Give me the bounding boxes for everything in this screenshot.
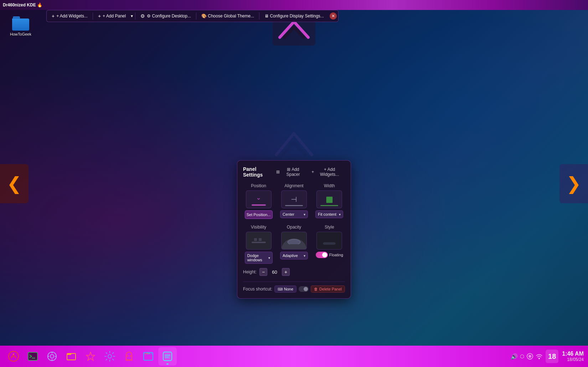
folder-body (12, 19, 29, 31)
taskbar-system-icon[interactable] (43, 347, 61, 366)
vscode-tray-icon[interactable]: ⬡ (520, 353, 524, 359)
opacity-dropdown[interactable]: Adaptive ▾ (280, 252, 308, 259)
add-panel-dropdown-icon[interactable]: ▾ (130, 14, 134, 19)
focus-shortcut-button[interactable]: ⌨ None (274, 285, 296, 293)
visibility-label: Visibility (251, 225, 266, 230)
delete-panel-button[interactable]: 🗑 Delete Panel (311, 285, 345, 293)
visibility-preview-box (246, 232, 272, 250)
height-label: Height: (243, 269, 257, 274)
delete-panel-label: Delete Panel (319, 287, 342, 291)
height-minus-icon: − (262, 269, 265, 275)
add-widgets-header-button[interactable]: + + Add Widgets... (310, 166, 345, 178)
width-bar (320, 205, 338, 206)
focus-row: Focus shortcut: ⌨ None 🗑 Delete Panel (243, 285, 345, 293)
svg-rect-17 (67, 353, 71, 355)
style-preview-box (316, 232, 342, 250)
taskbar: 🔊 ⬡ 18 1:46 AM 18/05/24 (0, 346, 588, 367)
opacity-group: Opacity Adaptive ▾ (278, 225, 309, 264)
popup-separator (93, 12, 93, 20)
konsole-svg (143, 351, 154, 362)
panel-settings-title: Panel Settings (243, 166, 275, 178)
active-svg (162, 351, 173, 362)
svg-point-11 (50, 355, 54, 358)
right-arrow-button[interactable]: ❯ (559, 164, 588, 203)
system-tray: 🔊 ⬡ (511, 353, 543, 360)
style-label: Style (325, 225, 334, 230)
svg-point-19 (127, 355, 128, 357)
position-indicator (252, 204, 266, 206)
position-label: Position (251, 183, 266, 188)
clock-text: 1:46 AM 18/05/24 (562, 351, 584, 362)
ghost-svg (123, 351, 135, 362)
choose-global-theme-button[interactable]: 🎨 Choose Global Theme... (198, 12, 258, 20)
position-chevron-icon: ⌄ (256, 194, 261, 201)
floating-toggle[interactable] (316, 252, 328, 258)
network-tray-icon[interactable] (536, 353, 543, 360)
desktop-icon-howtogeek[interactable]: HowToGeek (6, 14, 35, 38)
popup-separator4 (259, 12, 259, 20)
valheim-tray-icon[interactable] (526, 353, 533, 360)
svg-point-25 (149, 353, 150, 354)
add-widgets-button[interactable]: + + Add Widgets... (48, 12, 91, 20)
ghost-kde-svg (273, 128, 315, 157)
taskbar-clock[interactable]: 18 1:46 AM 18/05/24 (546, 350, 584, 363)
width-dropdown[interactable]: Fit content ▾ (315, 210, 343, 218)
volume-tray-icon[interactable]: 🔊 (511, 353, 518, 360)
width-dropdown-arrow-icon: ▾ (339, 213, 341, 216)
svg-rect-3 (259, 238, 262, 241)
taskbar-active-icon[interactable] (158, 347, 177, 366)
alignment-bar (285, 205, 303, 206)
configure-display-button[interactable]: 🖥 Configure Display Settings... (261, 12, 327, 20)
taskbar-konsole-icon[interactable] (139, 347, 158, 366)
taskbar-files-icon[interactable] (62, 347, 81, 366)
panel-settings-header: Panel Settings ⊞ ⊞ Add Spacer + + Add Wi… (243, 166, 345, 178)
add-widgets-label: + Add Widgets... (56, 14, 88, 19)
desktop-icon-label: HowToGeek (10, 32, 31, 36)
add-panel-button[interactable]: + + Add Panel (94, 12, 129, 20)
left-arrow-button[interactable]: ❮ (0, 164, 29, 203)
terminal-svg (27, 351, 38, 362)
set-position-label: Set Position... (247, 213, 271, 217)
set-position-button[interactable]: Set Position... (245, 210, 273, 219)
svg-rect-27 (165, 353, 170, 359)
focus-switch-toggle[interactable] (299, 286, 309, 292)
popup-close-button[interactable]: ✕ (330, 12, 337, 20)
configure-desktop-button[interactable]: ⚙ ⚙ Configure Desktop... (137, 12, 195, 20)
visibility-dropdown-arrow-icon: ▾ (268, 256, 270, 260)
width-preview-box: ▦ (316, 190, 342, 208)
style-preview-svg (320, 235, 338, 247)
focus-none-label: None (284, 287, 293, 291)
height-increase-button[interactable]: + (282, 268, 290, 276)
top-panel-left: Dr460nized KDE 🔥 (3, 2, 42, 7)
keyboard-icon: ⌨ (278, 287, 283, 291)
focus-shortcut-label: Focus shortcut: (243, 287, 272, 292)
alignment-dropdown[interactable]: Center ▾ (280, 210, 308, 218)
height-control: Height: − 60 + (243, 268, 345, 276)
svg-rect-2 (254, 238, 257, 241)
files-svg (66, 351, 77, 362)
delete-panel-icon: 🗑 (314, 287, 318, 291)
clock-time: 1:46 AM (562, 351, 584, 357)
add-widgets-plus-icon: + (52, 13, 55, 19)
svg-point-20 (130, 355, 131, 357)
height-decrease-button[interactable]: − (259, 268, 267, 276)
app-name-text: Dr460nized KDE 🔥 (3, 2, 42, 7)
settings-row-1: Position ⌄ Set Position... Alignment ⊣ C… (243, 183, 345, 219)
taskbar-sketchbook-icon[interactable] (4, 347, 23, 366)
add-spacer-icon: ⊞ (276, 169, 280, 174)
taskbar-terminal-icon[interactable] (24, 347, 42, 366)
taskbar-ghost-icon[interactable] (120, 347, 138, 366)
taskbar-settings-icon[interactable] (100, 347, 119, 366)
taskbar-discover-icon[interactable] (81, 347, 100, 366)
svg-rect-1 (252, 242, 266, 243)
right-chevron-icon: ❯ (566, 175, 581, 193)
add-spacer-header-button[interactable]: ⊞ ⊞ Add Spacer (275, 166, 306, 178)
opacity-preview-box (281, 232, 307, 250)
visibility-dropdown[interactable]: Dodge windows ▾ (245, 252, 273, 264)
opacity-dropdown-arrow-icon: ▾ (304, 254, 305, 258)
configure-display-label: 🖥 Configure Display Settings... (264, 14, 324, 19)
focus-switch-knob (304, 287, 308, 291)
system-svg (46, 351, 58, 362)
kde-ghost-logo (273, 128, 315, 157)
svg-point-18 (108, 355, 112, 358)
